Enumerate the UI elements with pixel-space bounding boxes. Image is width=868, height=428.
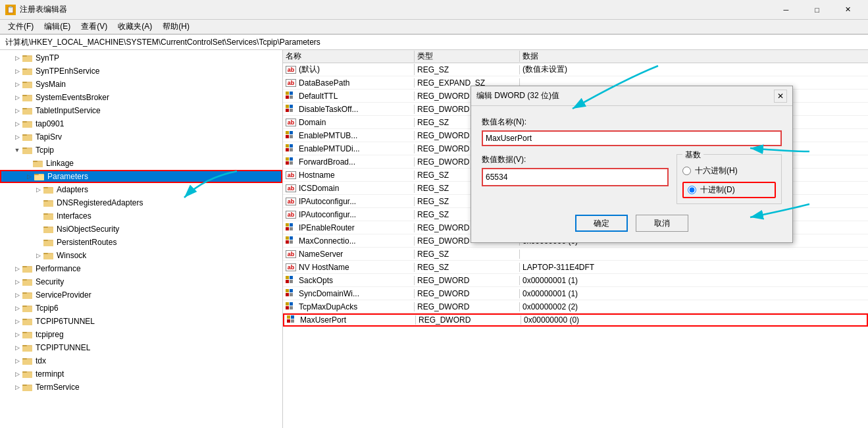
tree-item-tabletinputservice[interactable]: ▷ TabletInputService xyxy=(0,104,282,117)
tree-item-tcpipreg[interactable]: ▷ tcpipreg xyxy=(0,328,282,341)
reg-type: REG_DWORD xyxy=(415,302,520,311)
expand-icon: ▷ xyxy=(13,120,21,128)
menu-edit[interactable]: 编辑(E) xyxy=(39,20,76,34)
svg-rect-14 xyxy=(22,109,32,115)
reg-row-default[interactable]: ab (默认) REG_SZ (数值未设置) xyxy=(283,63,868,76)
tree-label: SynTP xyxy=(36,53,59,63)
reg-name: ab NameServer xyxy=(283,250,415,259)
reg-name: TcpMaxDupAcks xyxy=(283,302,415,311)
tree-item-syntpenhservice[interactable]: ▷ SynTPEnhService xyxy=(0,65,282,78)
reg-data: 0x00000002 (2) xyxy=(520,302,868,311)
reg-row-sackopts[interactable]: SackOpts REG_DWORD 0x00000001 (1) xyxy=(283,274,868,287)
folder-icon xyxy=(22,106,33,115)
tree-label: TCPIPTUNNEL xyxy=(36,343,90,352)
tree-item-tdx[interactable]: ▷ tdx xyxy=(0,354,282,367)
reg-type: REG_SZ xyxy=(415,65,520,74)
svg-rect-40 xyxy=(43,227,48,228)
reg-name: EnablePMTUDi... xyxy=(283,144,415,153)
hex-radio-item: 十六进制(H) xyxy=(682,165,776,176)
tree-label: SysMain xyxy=(36,80,66,89)
expand-icon xyxy=(34,238,42,246)
tree-item-nsiobjectsecurity[interactable]: NsiObjectSecurity xyxy=(0,223,282,236)
folder-icon xyxy=(43,211,54,221)
name-field-input[interactable] xyxy=(482,130,782,146)
close-button[interactable]: ✕ xyxy=(833,3,863,16)
svg-rect-94 xyxy=(286,157,289,161)
svg-rect-25 xyxy=(33,161,38,162)
tree-item-tcpip6[interactable]: ▷ Tcpip6 xyxy=(0,302,282,315)
tree-item-persistentroutes[interactable]: PersistentRoutes xyxy=(0,236,282,249)
ok-button[interactable]: 确定 xyxy=(575,215,628,232)
expand-icon: ▷ xyxy=(13,383,21,391)
reg-type: REG_DWORD xyxy=(416,315,521,325)
menu-file[interactable]: 文件(F) xyxy=(3,20,39,34)
cancel-button[interactable]: 取消 xyxy=(636,215,688,232)
expand-icon xyxy=(34,225,42,233)
minimize-button[interactable]: ─ xyxy=(771,3,801,16)
tree-item-terminpt[interactable]: ▷ terminpt xyxy=(0,367,282,381)
dec-radio[interactable] xyxy=(688,186,696,194)
tree-item-linkage[interactable]: Linkage xyxy=(0,157,282,170)
tree-item-sysmain[interactable]: ▷ SysMain xyxy=(0,78,282,91)
svg-rect-58 xyxy=(22,306,27,307)
tree-scroll[interactable]: ▷ SynTP ▷ SynTPEnhService ▷ SysMain xyxy=(0,50,282,428)
tree-item-interfaces[interactable]: Interfaces xyxy=(0,209,282,223)
tree-item-tapisrv[interactable]: ▷ TapiSrv xyxy=(0,130,282,144)
svg-rect-90 xyxy=(286,144,289,147)
tree-item-tcpip6tunnel[interactable]: ▷ TCPIP6TUNNEL xyxy=(0,315,282,328)
hex-radio[interactable] xyxy=(682,167,691,175)
tree-item-termservice[interactable]: ▷ TermService xyxy=(0,381,282,394)
base-group-title: 基数 xyxy=(682,149,703,161)
tree-item-parameters[interactable]: ▷ Parameters xyxy=(0,170,282,183)
dialog-close-button[interactable]: ✕ xyxy=(774,90,787,103)
expand-icon: ▷ xyxy=(13,304,21,312)
svg-rect-82 xyxy=(286,105,289,108)
reg-row-nvhostname[interactable]: ab NV HostName REG_SZ LAPTOP-311E4DFT xyxy=(283,261,868,274)
tree-item-syntp[interactable]: ▷ SynTP xyxy=(0,51,282,65)
data-field-input[interactable] xyxy=(482,168,669,186)
menu-favorites[interactable]: 收藏夹(A) xyxy=(113,20,157,34)
tree-item-winsock[interactable]: ▷ Winsock xyxy=(0,249,282,262)
menu-help[interactable]: 帮助(H) xyxy=(157,20,195,34)
tree-item-serviceprovider[interactable]: ▷ ServiceProvider xyxy=(0,288,282,302)
tree-item-security[interactable]: ▷ Security xyxy=(0,275,282,288)
reg-data: 0x00000000 (0) xyxy=(521,315,867,325)
tree-item-dnsregisteredadapters[interactable]: DNSRegisteredAdapters xyxy=(0,196,282,209)
reg-row-maxuserport[interactable]: MaxUserPort REG_DWORD 0x00000000 (0) xyxy=(283,313,868,327)
title-bar-controls: ─ □ ✕ xyxy=(771,3,863,16)
svg-rect-105 xyxy=(290,240,293,244)
svg-rect-1 xyxy=(22,55,27,57)
folder-icon xyxy=(22,356,33,365)
reg-row-nameserver[interactable]: ab NameServer REG_SZ xyxy=(283,248,868,261)
dword-icon xyxy=(286,144,296,153)
col-header-type: 类型 xyxy=(415,51,520,62)
svg-rect-92 xyxy=(286,148,289,151)
menu-view[interactable]: 查看(V) xyxy=(76,20,113,34)
reg-row-tcpmaxdupacks[interactable]: TcpMaxDupAcks REG_DWORD 0x00000002 (2) xyxy=(283,300,868,313)
registry-table-header: 名称 类型 数据 xyxy=(283,50,868,63)
svg-rect-114 xyxy=(286,302,289,306)
svg-rect-103 xyxy=(290,236,293,240)
svg-rect-71 xyxy=(22,360,32,365)
reg-icon-ab: ab xyxy=(286,198,296,205)
tree-item-systemeventsbroker[interactable]: ▷ SystemEventsBroker xyxy=(0,91,282,104)
tree-label: TermService xyxy=(36,383,80,392)
svg-rect-87 xyxy=(290,131,293,134)
tree-label: terminpt xyxy=(36,369,64,379)
tree-item-tcpiptunnel[interactable]: ▷ TCPIPTUNNEL xyxy=(0,341,282,354)
reg-row-syncdomainwi[interactable]: SyncDomainWi... REG_DWORD 0x00000001 (1) xyxy=(283,287,868,300)
svg-rect-70 xyxy=(22,358,27,360)
svg-rect-13 xyxy=(22,108,27,109)
svg-rect-11 xyxy=(22,96,32,101)
tree-label: PersistentRoutes xyxy=(57,238,116,247)
tree-item-tap0901[interactable]: ▷ tap0901 xyxy=(0,117,282,130)
reg-name-default: ab (默认) xyxy=(283,64,415,75)
tree-item-performance[interactable]: ▷ Performance xyxy=(0,262,282,275)
reg-name: MaxUserPort xyxy=(284,315,416,325)
expand-icon: ▷ xyxy=(13,133,21,141)
tree-item-tcpip[interactable]: ▼ Tcpip xyxy=(0,144,282,157)
dword-icon xyxy=(286,236,296,246)
tree-item-adapters[interactable]: ▷ Adapters xyxy=(0,183,282,196)
reg-name: DisableTaskOff... xyxy=(283,105,415,114)
maximize-button[interactable]: □ xyxy=(802,3,832,16)
